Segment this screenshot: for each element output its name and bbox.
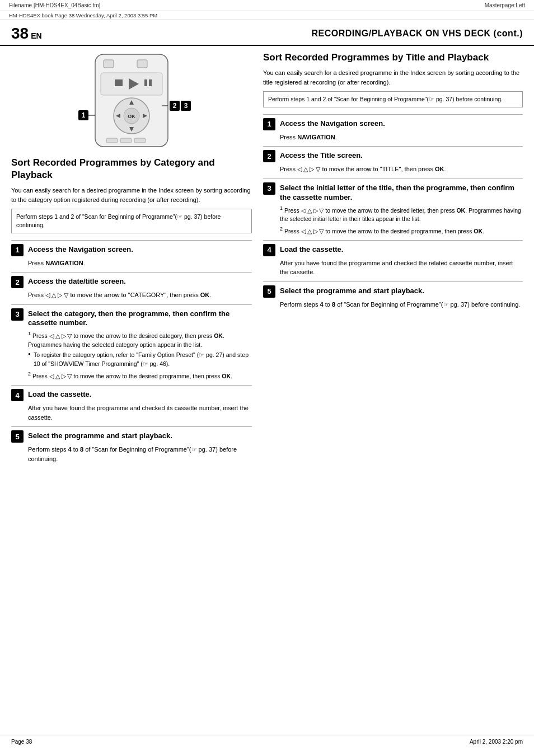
page-title: RECORDING/PLAYBACK ON VHS DECK (cont.) (311, 29, 523, 39)
left-step-3: 3 Select the category, then the programm… (11, 304, 252, 381)
svg-rect-16 (120, 138, 132, 143)
left-step-4-body: After you have found the programme and c… (28, 403, 252, 422)
right-step-3-sub1: 1 Press ◁ △ ▷ ▽ to move the arrow to the… (280, 205, 523, 224)
right-step-2-body: Press ◁ △ ▷ ▽ to move the arrow to "TITL… (280, 165, 523, 174)
svg-rect-7 (149, 79, 152, 86)
left-step-1-body: Press NAVIGATION. (28, 259, 252, 268)
left-step-2-body: Press ◁ △ ▷ ▽ to move the arrow to "CATE… (28, 290, 252, 300)
book-info-label: HM-HDS4EX.book Page 38 Wednesday, April … (9, 12, 157, 18)
right-note-text: Perform steps 1 and 2 of "Scan for Begin… (268, 96, 503, 102)
right-step-1-badge: 1 (263, 118, 275, 130)
right-step-1-title: Access the Navigation screen. (280, 118, 385, 129)
right-step-4-badge: 4 (263, 244, 275, 256)
right-step-3-badge: 3 (263, 182, 275, 195)
svg-text:1: 1 (82, 111, 86, 119)
left-step-1-title: Access the Navigation screen. (28, 244, 133, 255)
left-step-1-badge: 1 (11, 244, 24, 256)
left-step-4: 4 Load the cassette. After you have foun… (11, 385, 252, 422)
left-step-3-sub2: 2 Press ◁ △ ▷ ▽ to move the arrow to the… (28, 370, 252, 381)
book-info-bar: HM-HDS4EX.book Page 38 Wednesday, April … (0, 11, 534, 20)
right-step-3: 3 Select the initial letter of the title… (263, 179, 523, 236)
left-section-intro: You can easily search for a desired prog… (11, 186, 252, 204)
svg-text:OK: OK (128, 114, 135, 119)
file-header: Filename [HM-HDS4EX_04Basic.fm] Masterpa… (0, 0, 534, 11)
right-step-1: 1 Access the Navigation screen. Press NA… (263, 114, 523, 142)
right-note-box: Perform steps 1 and 2 of "Scan for Begin… (263, 91, 523, 107)
right-step-5-body: Perform steps 4 to 8 of "Scan for Beginn… (280, 300, 523, 309)
content-area: OK 1 2 2 (0, 46, 534, 473)
left-step-3-title: Select the category, then the programme,… (28, 308, 252, 328)
left-step-5-title: Select the programme and start playback. (28, 430, 172, 441)
right-step-4-body: After you have found the programme and c… (280, 259, 523, 277)
svg-rect-15 (106, 138, 118, 143)
page-number: 38 (11, 25, 29, 43)
masterpage-label: Masterpage:Left (485, 2, 525, 8)
left-column: OK 1 2 2 (11, 51, 252, 468)
left-step-3-sub1: 1 Press ◁ △ ▷ ▽ to move the arrow to the… (28, 330, 252, 349)
device-image-area: OK 1 2 2 (50, 51, 213, 151)
right-step-5-title: Select the programme and start playback. (280, 285, 424, 296)
left-step-5-body: Perform steps 4 to 8 of "Scan for Beginn… (28, 445, 252, 463)
svg-rect-1 (104, 60, 114, 68)
left-step-1: 1 Access the Navigation screen. Press NA… (11, 240, 252, 268)
right-step-2-badge: 2 (263, 150, 275, 162)
left-step-2: 2 Access the date/title screen. Press ◁ … (11, 272, 252, 300)
right-step-2-title: Access the Title screen. (280, 150, 363, 161)
right-step-3-sub2: 2 Press ◁ △ ▷ ▽ to move the arrow to the… (280, 226, 523, 236)
left-step-5-badge: 5 (11, 430, 24, 443)
footer-page-left: Page 38 (11, 739, 32, 745)
page-title-bar: 38 EN RECORDING/PLAYBACK ON VHS DECK (co… (0, 20, 534, 46)
left-step-4-title: Load the cassette. (28, 389, 91, 400)
left-step-2-title: Access the date/title screen. (28, 276, 126, 287)
svg-text:3: 3 (184, 102, 188, 110)
right-step-4: 4 Load the cassette. After you have foun… (263, 240, 523, 277)
left-step-4-badge: 4 (11, 389, 24, 401)
left-step-5: 5 Select the programme and start playbac… (11, 426, 252, 463)
right-step-3-title: Select the initial letter of the title, … (280, 182, 523, 203)
page-number-suffix: EN (31, 31, 41, 40)
right-step-5: 5 Select the programme and start playbac… (263, 281, 523, 309)
footer-date-right: April 2, 2003 2:20 pm (470, 739, 523, 745)
right-step-4-title: Load the cassette. (280, 244, 343, 255)
right-step-1-body: Press NAVIGATION. (280, 133, 523, 142)
svg-text:2: 2 (173, 102, 177, 110)
page-wrapper: Filename [HM-HDS4EX_04Basic.fm] Masterpa… (0, 0, 534, 756)
left-note-text: Perform steps 1 and 2 of "Scan for Begin… (16, 213, 221, 228)
left-step-2-badge: 2 (11, 276, 24, 288)
right-step-2: 2 Access the Title screen. Press ◁ △ ▷ ▽… (263, 146, 523, 174)
page-footer: Page 38 April 2, 2003 2:20 pm (0, 735, 534, 745)
filename-label: Filename [HM-HDS4EX_04Basic.fm] (9, 2, 100, 8)
svg-rect-2 (137, 60, 147, 68)
device-svg: OK 1 2 2 (50, 51, 213, 149)
svg-rect-6 (144, 79, 147, 86)
left-step-3-badge: 3 (11, 308, 24, 321)
left-section-heading: Sort Recorded Programmes by Category and… (11, 157, 252, 181)
left-note-box: Perform steps 1 and 2 of "Scan for Begin… (11, 209, 252, 233)
left-step-3-bullet: To register the category option, refer t… (28, 351, 252, 369)
right-section-intro: You can easily search for a desired prog… (263, 68, 523, 87)
svg-rect-5 (115, 79, 123, 86)
svg-rect-17 (134, 138, 146, 143)
right-column: Sort Recorded Programmes by Title and Pl… (263, 51, 523, 468)
right-section-heading: Sort Recorded Programmes by Title and Pl… (263, 51, 523, 64)
right-step-5-badge: 5 (263, 285, 275, 298)
